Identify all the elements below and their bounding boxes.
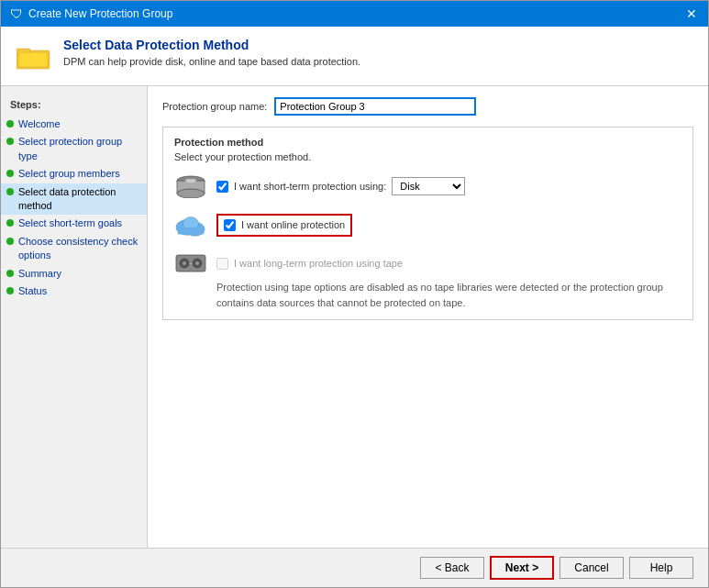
window-title: Create New Protection Group (28, 7, 172, 20)
sidebar-item-label-protection-group-type: Select protection group type (18, 135, 139, 163)
sidebar-item-label-status: Status (18, 284, 47, 298)
online-protection-check-area: I want online protection (216, 214, 352, 237)
disk-icon (174, 173, 207, 199)
dot-welcome (6, 120, 14, 128)
sidebar-item-status[interactable]: Status (1, 283, 147, 300)
dot-group-members (6, 170, 14, 177)
header-subtitle: DPM can help provide disk, online and ta… (63, 56, 360, 67)
header-icon (16, 38, 52, 74)
dot-protection-group-type (6, 138, 14, 145)
tape-check-area: I want long-term protection using tape (216, 258, 681, 270)
sidebar-label: Steps: (1, 95, 147, 116)
svg-point-5 (177, 189, 205, 198)
next-button[interactable]: Next > (490, 556, 554, 580)
dot-summary (6, 270, 14, 277)
online-protection-label: I want online protection (241, 219, 345, 230)
cloud-icon (174, 212, 207, 238)
help-button[interactable]: Help (629, 557, 693, 579)
tape-icon (174, 250, 207, 276)
sidebar-item-consistency-check[interactable]: Choose consistency check options (1, 233, 147, 265)
svg-point-15 (195, 261, 199, 265)
tape-protection-checkbox[interactable] (216, 258, 228, 270)
svg-point-6 (185, 179, 196, 183)
sidebar-item-protection-group-type[interactable]: Select protection group type (1, 133, 147, 165)
protection-group-name-label: Protection group name: (162, 101, 267, 112)
short-term-checkbox[interactable] (216, 181, 228, 193)
content-area: Steps: Welcome Select protection group t… (1, 86, 708, 548)
short-term-method-select[interactable]: Disk Tape (392, 177, 465, 195)
svg-rect-10 (178, 227, 204, 235)
dot-short-term-goals (6, 219, 14, 227)
header-title: Select Data Protection Method (63, 38, 360, 52)
sidebar: Steps: Welcome Select protection group t… (1, 86, 148, 548)
dot-status (6, 287, 14, 294)
window-icon: 🛡 (10, 6, 23, 21)
title-bar: 🛡 Create New Protection Group ✕ (1, 1, 708, 27)
cancel-button[interactable]: Cancel (559, 557, 624, 579)
title-bar-left: 🛡 Create New Protection Group (10, 6, 172, 21)
tape-protection-label: I want long-term protection using tape (234, 258, 403, 269)
sidebar-item-welcome[interactable]: Welcome (1, 116, 147, 133)
sidebar-item-group-members[interactable]: Select group members (1, 165, 147, 183)
folder-icon (17, 41, 51, 71)
sidebar-item-data-protection-method[interactable]: Select data protection method (1, 183, 147, 216)
sidebar-item-label-data-protection-method: Select data protection method (18, 185, 139, 214)
main-content: Protection group name: Protection method… (148, 86, 708, 548)
protection-method-box: Protection method Select your protection… (162, 127, 693, 320)
back-button[interactable]: < Back (420, 557, 484, 579)
close-button[interactable]: ✕ (684, 6, 699, 21)
sidebar-item-label-consistency-check: Choose consistency check options (18, 235, 139, 263)
svg-rect-2 (18, 52, 48, 67)
sidebar-item-label-short-term-goals: Select short-term goals (18, 216, 122, 230)
short-term-label: I want short-term protection using: (234, 181, 386, 192)
sidebar-item-short-term-goals[interactable]: Select short-term goals (1, 215, 147, 232)
short-term-check-area: I want short-term protection using: Disk… (216, 177, 681, 195)
dot-data-protection-method (6, 188, 14, 195)
protection-method-subtitle: Select your protection method. (174, 151, 681, 162)
dot-consistency-check (6, 238, 14, 245)
sidebar-item-summary[interactable]: Summary (1, 265, 147, 283)
online-protection-checkbox[interactable] (224, 219, 236, 231)
protection-method-title: Protection method (174, 137, 681, 148)
sidebar-item-label-group-members: Select group members (18, 167, 120, 181)
tape-protection-row: I want long-term protection using tape P… (174, 250, 681, 310)
protection-group-name-row: Protection group name: (162, 97, 693, 116)
main-window: 🛡 Create New Protection Group ✕ Select D… (0, 0, 709, 588)
svg-point-14 (183, 261, 186, 265)
tape-method-row: I want long-term protection using tape (174, 250, 681, 276)
header: Select Data Protection Method DPM can he… (1, 27, 708, 86)
short-term-protection-row: I want short-term protection using: Disk… (174, 173, 681, 199)
tape-protection-note: Protection using tape options are disabl… (216, 280, 681, 310)
sidebar-item-label-summary: Summary (18, 267, 61, 281)
online-protection-method-row: I want online protection (174, 212, 681, 238)
protection-group-name-input[interactable] (274, 97, 476, 116)
sidebar-item-label-welcome: Welcome (18, 117, 61, 131)
header-text: Select Data Protection Method DPM can he… (63, 38, 360, 67)
footer: < Back Next > Cancel Help (1, 548, 708, 587)
